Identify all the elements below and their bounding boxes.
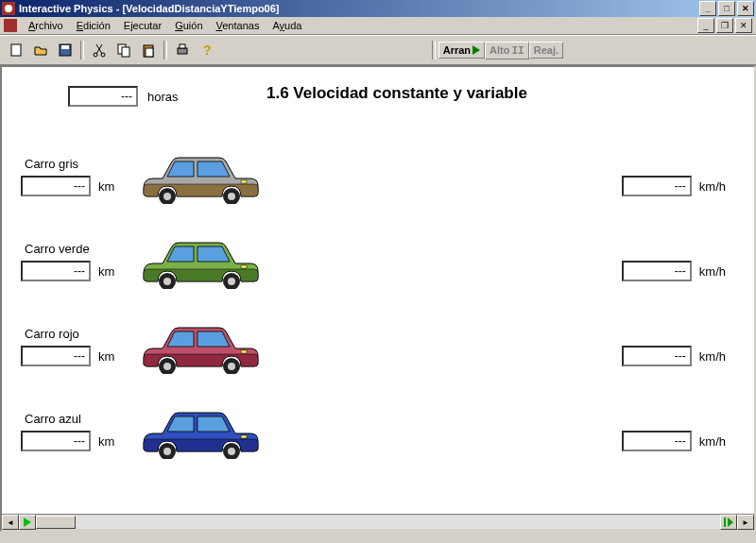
scroll-track[interactable] [36, 516, 720, 529]
km-input[interactable]: --- [21, 176, 91, 196]
mdi-minimize-button[interactable]: _ [697, 18, 714, 33]
maximize-button[interactable]: □ [718, 1, 735, 16]
svg-rect-33 [724, 518, 726, 527]
scroll-left-button[interactable]: ◄ [2, 515, 19, 530]
svg-rect-9 [146, 48, 153, 57]
svg-point-14 [163, 193, 171, 200]
speed-input[interactable]: --- [622, 346, 692, 366]
menu-archivo[interactable]: Archivo [23, 19, 69, 32]
doc-icon [4, 19, 17, 32]
menu-ventanas[interactable]: Ventanas [211, 19, 266, 32]
speed-unit: km/h [699, 264, 726, 279]
workspace: 1.6 Velocidad constante y variable --- h… [0, 65, 756, 532]
car-graphic[interactable] [139, 322, 262, 376]
speed-unit: km/h [699, 179, 726, 194]
svg-point-0 [5, 5, 12, 12]
svg-rect-10 [178, 48, 187, 54]
copy-button[interactable] [112, 39, 135, 61]
svg-rect-1 [11, 44, 21, 56]
km-group: --- km [21, 261, 114, 281]
svg-rect-11 [180, 44, 185, 48]
menu-ayuda[interactable]: Ayuda [266, 19, 307, 32]
svg-point-5 [101, 53, 105, 57]
mdi-restore-button[interactable]: ❐ [716, 18, 733, 33]
svg-point-19 [163, 278, 171, 285]
menu-ejecutar[interactable]: Ejecutar [118, 19, 167, 32]
speed-group: --- km/h [622, 431, 726, 451]
time-input[interactable]: --- [68, 86, 138, 107]
km-unit: km [98, 179, 114, 194]
time-unit: horas [147, 90, 179, 104]
svg-point-31 [228, 448, 235, 455]
menu-guion[interactable]: Guión [169, 19, 208, 32]
svg-rect-32 [241, 435, 247, 438]
menu-bar: Archivo Edición Ejecutar Guión Ventanas … [0, 17, 756, 35]
play-start-button[interactable] [19, 515, 36, 530]
cut-button[interactable] [88, 39, 111, 61]
window-title: Interactive Physics - [VelocidadDistanci… [19, 3, 697, 14]
svg-point-29 [163, 448, 171, 455]
km-input[interactable]: --- [21, 431, 91, 451]
car-label: Carro verde [25, 242, 90, 256]
svg-rect-22 [241, 265, 247, 268]
svg-rect-3 [61, 45, 69, 49]
save-button[interactable] [54, 39, 77, 61]
speed-input[interactable]: --- [622, 431, 692, 451]
km-input[interactable]: --- [21, 346, 91, 366]
page-title: 1.6 Velocidad constante y variable [266, 84, 527, 103]
app-icon [2, 2, 15, 15]
speed-input[interactable]: --- [622, 176, 692, 196]
speed-input[interactable]: --- [622, 261, 692, 281]
speed-group: --- km/h [622, 261, 726, 281]
svg-rect-27 [241, 350, 247, 353]
step-button[interactable] [720, 515, 737, 530]
car-label: Carro gris [25, 157, 78, 171]
mdi-close-button[interactable]: ✕ [735, 18, 752, 33]
svg-point-16 [228, 193, 235, 200]
speed-group: --- km/h [622, 346, 726, 366]
km-unit: km [98, 434, 114, 449]
car-label: Carro azul [25, 412, 81, 426]
speed-unit: km/h [699, 434, 726, 449]
svg-point-21 [228, 278, 235, 285]
svg-point-4 [94, 53, 97, 57]
svg-rect-7 [122, 47, 129, 57]
km-group: --- km [21, 431, 114, 451]
menu-edicion[interactable]: Edición [71, 19, 116, 32]
car-graphic[interactable] [139, 407, 262, 461]
window-titlebar: Interactive Physics - [VelocidadDistanci… [0, 0, 756, 17]
km-input[interactable]: --- [21, 261, 91, 281]
svg-point-24 [163, 363, 171, 370]
km-group: --- km [21, 346, 114, 366]
km-unit: km [98, 349, 114, 364]
reset-button[interactable]: Reaj. [529, 42, 563, 59]
horizontal-scrollbar[interactable]: ◄ ► [2, 514, 754, 530]
close-button[interactable]: ✕ [737, 1, 754, 16]
paste-button[interactable] [137, 39, 160, 61]
svg-rect-17 [241, 180, 247, 183]
car-graphic[interactable] [139, 237, 262, 291]
km-unit: km [98, 264, 114, 279]
new-button[interactable] [5, 39, 27, 61]
help-button[interactable]: ? [196, 39, 218, 61]
svg-point-26 [228, 363, 235, 370]
km-group: --- km [21, 176, 114, 196]
svg-text:?: ? [203, 42, 212, 58]
run-button[interactable]: Arran [438, 42, 485, 59]
scroll-right-button[interactable]: ► [737, 515, 754, 530]
toolbar: ? Arran Alto II Reaj. [0, 35, 756, 65]
speed-unit: km/h [699, 349, 726, 364]
car-label: Carro rojo [25, 327, 79, 341]
scroll-thumb[interactable] [36, 516, 76, 529]
open-button[interactable] [29, 39, 52, 61]
stop-button[interactable]: Alto II [485, 42, 529, 59]
time-group: --- horas [68, 86, 179, 107]
print-button[interactable] [171, 39, 194, 61]
minimize-button[interactable]: _ [699, 1, 716, 16]
car-graphic[interactable] [139, 152, 262, 206]
speed-group: --- km/h [622, 176, 726, 196]
